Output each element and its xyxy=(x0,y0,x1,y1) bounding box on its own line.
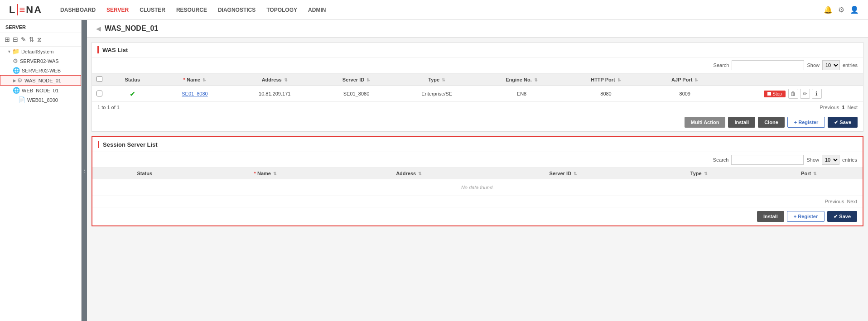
info-icon[interactable]: ℹ xyxy=(812,89,822,99)
was-show-select[interactable]: 10 25 50 xyxy=(822,60,840,70)
th-server-id: Server ID ⇅ xyxy=(318,73,395,86)
th-type: Type ⇅ xyxy=(642,168,755,179)
main-content: ◀ WAS_NODE_01 WAS List Search Show 10 25… xyxy=(87,20,868,321)
sidebar: SERVER ⊞ ⊟ ✎ ⇅ ⧖ ▼ 📁 DefaultSystem ⚙ SER… xyxy=(0,20,82,321)
sidebar-toolbar: ⊞ ⊟ ✎ ⇅ ⧖ xyxy=(0,33,81,47)
page-number[interactable]: 1 xyxy=(842,105,844,110)
th-name: * Name ⇅ xyxy=(158,73,232,86)
edit-icon[interactable]: ✎ xyxy=(21,36,26,43)
nav-topology[interactable]: TOPOLOGY xyxy=(266,5,297,15)
pagination-info: 1 to 1 of 1 xyxy=(97,105,120,110)
tree-label: SERVER02-WEB xyxy=(22,68,61,73)
search-label: Search xyxy=(714,62,729,68)
select-all-checkbox[interactable] xyxy=(96,76,102,82)
tree-item-server02-web[interactable]: 🌐 SERVER02-WEB xyxy=(0,66,81,75)
pagination-controls: Previous 1 Next xyxy=(820,105,858,110)
tree-label: WEB_NODE_01 xyxy=(22,88,58,93)
tree-label: SERVER02-WAS xyxy=(20,58,59,64)
edit-row-icon[interactable]: ✏ xyxy=(800,89,810,99)
th-address: Address ⇅ xyxy=(334,168,484,179)
expand-arrow: ▼ xyxy=(7,49,11,54)
th-address: Address ⇅ xyxy=(231,73,318,86)
sidebar-resizer[interactable]: ⋮ xyxy=(82,20,87,321)
save-button[interactable]: ✔ Save xyxy=(828,117,858,128)
th-status: Status xyxy=(107,73,158,86)
session-register-button[interactable]: + Register xyxy=(787,211,825,222)
th-status: Status xyxy=(92,168,197,179)
nav-resource[interactable]: RESOURCE xyxy=(176,5,207,15)
register-button[interactable]: + Register xyxy=(787,117,825,128)
user-icon[interactable]: 👤 xyxy=(850,5,859,14)
session-list-title: Session Server List xyxy=(103,141,158,148)
session-list-header: Session Server List xyxy=(92,137,863,152)
next-button[interactable]: Next xyxy=(847,199,857,204)
next-button[interactable]: Next xyxy=(847,105,858,110)
remove-icon[interactable]: ⊟ xyxy=(13,36,18,43)
th-http-port: HTTP Port ⇅ xyxy=(565,73,647,86)
entries-label: entries xyxy=(843,62,858,68)
transfer-icon[interactable]: ⇅ xyxy=(29,36,34,43)
clone-button[interactable]: Clone xyxy=(758,117,785,128)
was-list-header: WAS List xyxy=(92,43,863,57)
filter-icon[interactable]: ⧖ xyxy=(37,36,42,43)
entries-label: entries xyxy=(842,157,857,163)
tree-label: WEB01_8000 xyxy=(27,97,58,103)
main-layout: SERVER ⊞ ⊟ ✎ ⇅ ⧖ ▼ 📁 DefaultSystem ⚙ SER… xyxy=(0,20,868,321)
delete-icon[interactable]: 🗑 xyxy=(788,89,798,99)
tree-item-web-node-01[interactable]: 🌐 WEB_NODE_01 xyxy=(0,86,81,95)
session-save-button[interactable]: ✔ Save xyxy=(827,211,857,222)
th-actions xyxy=(723,73,863,86)
nav-dashboard[interactable]: DASHBOARD xyxy=(60,5,96,15)
section-bar xyxy=(98,141,99,148)
pagination-controls: Previous Next xyxy=(825,199,857,204)
previous-button[interactable]: Previous xyxy=(820,105,839,110)
session-show-select[interactable]: 10 25 50 xyxy=(822,155,839,165)
nav-diagnostics[interactable]: DIAGNOSTICS xyxy=(218,5,256,15)
section-bar xyxy=(97,46,99,53)
engine-no: EN8 xyxy=(479,86,565,102)
tree-item-server02-was[interactable]: ⚙ SERVER02-WAS xyxy=(0,56,81,66)
was-search-input[interactable] xyxy=(732,60,804,70)
collapse-button[interactable]: ◀ xyxy=(96,25,101,32)
nav-admin[interactable]: ADMIN xyxy=(308,5,326,15)
tree-item-web01-8000[interactable]: 📄 WEB01_8000 xyxy=(0,95,81,105)
server-type: Enterprise/SE xyxy=(395,86,479,102)
server-name-link[interactable]: SE01_8080 xyxy=(182,91,208,96)
notification-icon[interactable]: 🔔 xyxy=(824,5,833,14)
top-nav: L≡NA DASHBOARD SERVER CLUSTER RESOURCE D… xyxy=(0,0,868,20)
was-section-actions: Multi Action Install Clone + Register ✔ … xyxy=(92,113,863,131)
tree-item-was-node-01[interactable]: ▶ ⚙ WAS_NODE_01 xyxy=(0,75,81,86)
sidebar-title: SERVER xyxy=(0,20,81,33)
th-port: Port ⇅ xyxy=(755,168,863,179)
tree-item-defaultsystem[interactable]: ▼ 📁 DefaultSystem xyxy=(0,47,81,56)
was-list-title: WAS List xyxy=(102,47,128,53)
previous-button[interactable]: Previous xyxy=(825,199,844,204)
nav-cluster[interactable]: CLUSTER xyxy=(140,5,165,15)
no-data-row: No data found. xyxy=(92,179,863,196)
session-list-section: Session Server List Search Show 10 25 50… xyxy=(92,136,863,226)
row-checkbox[interactable] xyxy=(96,91,102,96)
gear-icon: ⚙ xyxy=(13,57,18,64)
th-type: Type ⇅ xyxy=(395,73,479,86)
search-label: Search xyxy=(713,157,729,163)
no-data-message: No data found. xyxy=(92,179,863,196)
server-address: 10.81.209.171 xyxy=(231,86,318,102)
session-install-button[interactable]: Install xyxy=(757,211,784,222)
nav-server[interactable]: SERVER xyxy=(106,5,129,15)
main-nav: DASHBOARD SERVER CLUSTER RESOURCE DIAGNO… xyxy=(60,5,326,15)
was-list-section: WAS List Search Show 10 25 50 entries St… xyxy=(92,42,863,132)
page-icon: 📄 xyxy=(18,96,25,103)
multi-action-button[interactable]: Multi Action xyxy=(685,117,726,128)
expand-arrow: ▶ xyxy=(13,78,16,83)
install-button[interactable]: Install xyxy=(728,117,755,128)
th-ajp-port: AJP Port ⇅ xyxy=(647,73,723,86)
session-search-input[interactable] xyxy=(731,155,804,165)
app-logo: L≡NA xyxy=(9,4,42,16)
nav-icons: 🔔 ⚙ 👤 xyxy=(824,5,859,14)
settings-icon[interactable]: ⚙ xyxy=(838,5,844,14)
globe-icon: 🌐 xyxy=(13,67,20,74)
add-icon[interactable]: ⊞ xyxy=(5,36,10,43)
table-row: ✔ SE01_8080 10.81.209.171 SE01_8080 Ente… xyxy=(92,86,863,102)
stop-button[interactable]: Stop xyxy=(764,91,786,97)
show-label: Show xyxy=(807,62,820,68)
